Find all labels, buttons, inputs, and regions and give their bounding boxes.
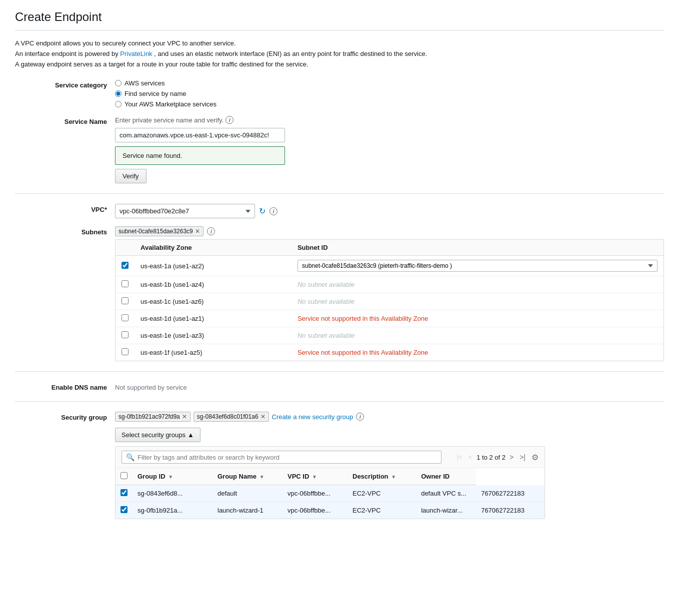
subnet-checkbox-0[interactable] — [122, 262, 128, 269]
sg-description-0: default VPC s... — [416, 485, 476, 502]
intro-line2: An interface endpoint is powered by Priv… — [15, 49, 664, 59]
sg-col-checkbox-header — [116, 468, 132, 485]
sg-col-owner-header[interactable]: Owner ID — [416, 468, 476, 485]
sg-ec2-1: EC2-VPC — [348, 502, 416, 519]
radio-aws-services-input[interactable] — [115, 80, 122, 86]
sg-dropdown-header: 🔍 |< < 1 to 2 of 2 > >| ⚙ — [116, 447, 544, 468]
subnet-checkbox-5[interactable] — [122, 348, 128, 355]
subnet-checkbox-1[interactable] — [122, 280, 128, 287]
subnet-az-2: us-east-1c (use1-az6) — [134, 293, 292, 310]
sg-col-group-name-header[interactable]: Group Name ▼ — [212, 468, 282, 485]
subnet-id-cell-2: No subnet available — [292, 293, 664, 310]
verify-button[interactable]: Verify — [115, 169, 146, 183]
sg-group-name-1: launch-wizard-1 — [212, 502, 282, 519]
service-name-row: Service Name Enter private service name … — [15, 116, 664, 183]
subnet-az-1: us-east-1b (use1-az4) — [134, 276, 292, 293]
pagination-next-btn[interactable]: > — [508, 452, 516, 462]
service-name-info-icon[interactable]: i — [226, 116, 234, 124]
sg-tag-1-remove[interactable]: ✕ — [182, 413, 187, 420]
sg-tags-row: sg-0fb1b921ac972fd9a ✕ sg-0843ef6d8c01f0… — [115, 412, 664, 422]
sg-col-vpc-id-header[interactable]: VPC ID ▼ — [282, 468, 348, 485]
create-sg-link[interactable]: Create a new security group — [272, 413, 354, 421]
subnet-tag: subnet-0cafe815dae3263c9 ✕ — [115, 226, 204, 236]
intro-line1: A VPC endpoint allows you to securely co… — [15, 38, 664, 49]
section-divider-3 — [15, 401, 664, 402]
group-name-sort-icon: ▼ — [260, 474, 264, 480]
desc-sort-icon: ▼ — [391, 474, 396, 480]
sg-tag-2-remove[interactable]: ✕ — [260, 413, 266, 420]
pagination-prev-btn[interactable]: < — [466, 452, 474, 462]
sg-col-desc-header[interactable]: Description ▼ — [348, 468, 416, 485]
sg-col-group-id-header[interactable]: Group ID ▼ — [132, 468, 212, 485]
sg-table: Group ID ▼ Group Name ▼ VPC ID ▼ Descrip… — [116, 468, 544, 519]
sg-tag-2-label: sg-0843ef6d8c01f01a6 — [197, 413, 258, 420]
sg-search-input[interactable] — [138, 454, 437, 461]
sg-dropdown: 🔍 |< < 1 to 2 of 2 > >| ⚙ — [115, 446, 545, 519]
dns-row: Enable DNS name Not supported by service — [15, 382, 664, 391]
subnet-id-cell-5: Service not supported in this Availabili… — [292, 344, 664, 361]
radio-marketplace[interactable]: Your AWS Marketplace services — [115, 100, 664, 108]
search-icon: 🔍 — [126, 453, 134, 461]
subnets-table-header-row: Availability Zone Subnet ID — [116, 240, 664, 256]
page-title: Create Endpoint — [15, 10, 664, 30]
service-category-label: Service category — [15, 79, 115, 89]
subnet-row-0: us-east-1a (use1-az2)subnet-0cafe815dae3… — [116, 256, 664, 276]
subnet-checkbox-4[interactable] — [122, 331, 128, 338]
subnets-content: subnet-0cafe815dae3263c9 ✕ i Availabilit… — [115, 226, 664, 361]
service-category-row: Service category AWS services Find servi… — [15, 79, 664, 108]
sg-checkbox-0[interactable] — [120, 489, 128, 496]
security-group-content: sg-0fb1b921ac972fd9a ✕ sg-0843ef6d8c01f0… — [115, 412, 664, 519]
vpc-label: VPC* — [15, 204, 115, 213]
subnets-label: Subnets — [15, 226, 115, 236]
subnets-info-icon[interactable]: i — [207, 227, 215, 235]
sg-ec2-0: EC2-VPC — [348, 485, 416, 502]
sg-tag-1-label: sg-0fb1b921ac972fd9a — [118, 413, 180, 420]
sg-group-id-0: sg-0843ef6d8... — [132, 485, 212, 502]
subnet-tag-remove[interactable]: ✕ — [195, 228, 200, 235]
settings-gear-icon[interactable]: ⚙ — [532, 453, 538, 462]
subnet-az-3: us-east-1d (use1-az1) — [134, 310, 292, 327]
subnet-checkbox-2[interactable] — [122, 297, 128, 304]
pagination-first-btn[interactable]: |< — [454, 452, 464, 462]
sg-description-1: launch-wizar... — [416, 502, 476, 519]
sg-search-box: 🔍 — [122, 451, 442, 464]
sg-group-name-0: default — [212, 485, 282, 502]
select-sg-button-label: Select security groups — [122, 431, 186, 439]
service-category-content: AWS services Find service by name Your A… — [115, 79, 664, 108]
radio-aws-services-label: AWS services — [124, 79, 164, 87]
privatelink-link[interactable]: PrivateLink — [120, 50, 152, 57]
radio-find-by-name[interactable]: Find service by name — [115, 90, 664, 97]
subnet-select-0[interactable]: subnet-0cafe815dae3263c9 (pieterh-traffi… — [298, 260, 658, 272]
vpc-select[interactable]: vpc-06bffbbed70e2c8e7 — [115, 204, 255, 218]
service-name-input[interactable] — [115, 128, 285, 142]
sg-checkbox-1[interactable] — [120, 506, 128, 513]
subnet-row-5: us-east-1f (use1-az5)Service not support… — [116, 344, 664, 361]
subnet-az-4: us-east-1e (use1-az3) — [134, 327, 292, 344]
sg-select-all-checkbox[interactable] — [120, 472, 128, 479]
refresh-icon[interactable]: ↻ — [259, 206, 266, 216]
subnets-header: subnet-0cafe815dae3263c9 ✕ i — [115, 226, 664, 236]
az-column-header: Availability Zone — [134, 240, 292, 256]
section-divider-1 — [15, 193, 664, 194]
vpc-info-icon[interactable]: i — [270, 207, 278, 215]
radio-marketplace-input[interactable] — [115, 101, 122, 107]
sg-info-icon[interactable]: i — [356, 413, 364, 421]
subnet-checkbox-3[interactable] — [122, 314, 128, 321]
pagination-controls: |< < 1 to 2 of 2 > >| — [454, 452, 528, 462]
subnet-checkbox-cell-1 — [116, 276, 135, 293]
subnet-row-4: us-east-1e (use1-az3)No subnet available — [116, 327, 664, 344]
pagination-last-btn[interactable]: >| — [518, 452, 528, 462]
sg-row-1: sg-0fb1b921a...launch-wizard-1vpc-06bffb… — [116, 502, 544, 519]
intro-line3: A gateway endpoint serves as a target fo… — [15, 59, 664, 70]
subnet-checkbox-cell-3 — [116, 310, 135, 327]
sg-checkbox-cell-1 — [116, 502, 132, 519]
radio-find-by-name-input[interactable] — [115, 90, 122, 97]
radio-find-by-name-label: Find service by name — [124, 90, 186, 97]
subnet-id-cell-1: No subnet available — [292, 276, 664, 293]
radio-aws-services[interactable]: AWS services — [115, 79, 664, 87]
radio-marketplace-label: Your AWS Marketplace services — [124, 100, 216, 108]
dns-note: Not supported by service — [115, 382, 664, 391]
select-sg-button[interactable]: Select security groups ▲ — [115, 428, 200, 442]
service-name-success-box: Service name found. — [115, 146, 285, 165]
group-id-sort-icon: ▼ — [168, 474, 173, 480]
